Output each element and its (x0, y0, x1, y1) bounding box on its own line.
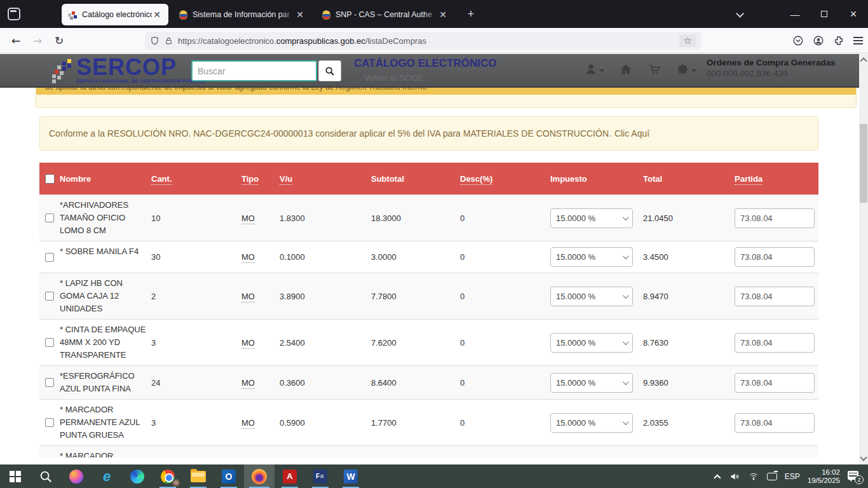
sercop-logo-mosaic-icon (52, 59, 75, 83)
cart-button[interactable] (648, 63, 661, 76)
scrollbar-thumb[interactable] (860, 124, 867, 203)
speaker-icon[interactable] (729, 471, 740, 482)
column-header-desc[interactable]: Desc(%) (460, 174, 550, 184)
tipo-abbr[interactable]: MO (241, 338, 255, 349)
clic-aqui-link[interactable]: Clic Aquí (614, 128, 649, 139)
bookmark-star-icon[interactable]: ☆ (679, 34, 696, 47)
column-header-subtotal[interactable]: Subtotal (371, 174, 460, 184)
row-checkbox[interactable] (45, 292, 54, 301)
partida-input[interactable] (735, 208, 815, 228)
cell-total: 8.7630 (643, 338, 735, 348)
new-tab-button[interactable]: + (465, 8, 477, 20)
taskbar-search-button[interactable] (31, 464, 61, 488)
internet-explorer-app-button[interactable]: e (92, 464, 122, 488)
sercop-logo[interactable]: SERCOP SERVICIO NACIONAL DE CONTRATACIÓN… (76, 55, 205, 84)
maximize-button[interactable] (810, 0, 839, 28)
impuesto-select[interactable]: 15.0000 % (550, 413, 633, 433)
row-checkbox[interactable] (45, 418, 54, 427)
close-window-button[interactable]: × (839, 0, 868, 28)
word-app-button[interactable]: W (336, 464, 366, 488)
row-checkbox[interactable] (45, 338, 54, 347)
menu-button[interactable] (853, 35, 863, 46)
home-button[interactable] (620, 63, 632, 76)
cast-display-icon[interactable] (767, 473, 777, 480)
language-indicator[interactable]: ESP (785, 472, 800, 481)
tipo-abbr[interactable]: MO (241, 378, 255, 389)
account-icon[interactable] (813, 35, 824, 46)
extensions-puzzle-icon[interactable] (833, 35, 844, 46)
impuesto-select[interactable]: 15.0000 % (550, 208, 633, 228)
acrobat-app-button[interactable]: A (275, 464, 305, 488)
scroll-down-arrow-icon[interactable] (860, 454, 867, 461)
volver-soce-link[interactable]: ☜Volver al SOCE (353, 72, 423, 83)
back-button[interactable]: ← (5, 34, 27, 47)
scroll-up-arrow-icon[interactable] (860, 57, 867, 64)
cell-descuento: 0 (460, 292, 550, 301)
close-tab-icon[interactable]: ✕ (438, 10, 448, 20)
wifi-icon[interactable] (748, 471, 759, 481)
impuesto-select[interactable]: 15.0000 % (550, 287, 633, 306)
settings-menu-button[interactable] (677, 63, 696, 76)
tab-sistema[interactable]: Sistema de Información para los ✕ (173, 4, 311, 25)
impuesto-select[interactable]: 15.0000 % (550, 373, 633, 393)
feo-app-button[interactable]: F≡ (305, 464, 336, 488)
clock[interactable]: 16:02 19/5/2025 (808, 468, 840, 485)
column-header-impuesto[interactable]: Impuesto (550, 174, 643, 184)
cell-impuesto: 15.0000 % (550, 333, 643, 353)
column-header-vu[interactable]: V/u (280, 174, 371, 184)
tipo-abbr[interactable]: MO (241, 418, 255, 429)
tipo-abbr[interactable]: MO (241, 214, 255, 224)
impuesto-selected-value: 15.0000 % (556, 338, 595, 348)
close-tab-icon[interactable]: ✕ (152, 10, 162, 20)
notification-center-button[interactable]: 2 (848, 471, 862, 482)
tab-title-fade (281, 9, 295, 22)
column-header-nombre[interactable]: Nombre (60, 174, 151, 184)
firefox-app-button[interactable] (244, 464, 275, 488)
partida-input[interactable] (735, 247, 815, 267)
windows-logo-icon (10, 471, 21, 482)
column-header-total[interactable]: Total (643, 174, 735, 184)
cell-subtotal: 1.7700 (371, 418, 460, 428)
partida-input[interactable] (735, 333, 815, 353)
forward-button[interactable]: → (27, 34, 48, 47)
shield-icon[interactable] (150, 36, 159, 46)
cell-partida (735, 208, 818, 228)
url-bar[interactable]: https://catalogoelectronico.compraspubli… (145, 32, 702, 50)
impuesto-select[interactable]: 15.0000 % (550, 333, 633, 353)
partida-input[interactable] (735, 413, 815, 433)
column-header-label: Subtotal (371, 174, 404, 184)
start-button[interactable] (0, 464, 31, 488)
outlook-app-button[interactable]: O (214, 464, 244, 488)
column-header-cant[interactable]: Cant. (151, 174, 241, 184)
close-tab-icon[interactable]: ✕ (295, 10, 305, 20)
tab-catalogo[interactable]: Catálogo electrónico ✕ (62, 4, 168, 25)
row-checkbox[interactable] (45, 214, 54, 222)
tab-title: Catálogo electrónico (82, 10, 152, 19)
user-menu-button[interactable] (585, 63, 604, 76)
pocket-icon[interactable] (792, 35, 804, 46)
tipo-abbr[interactable]: MO (241, 252, 255, 263)
tipo-abbr[interactable]: MO (241, 292, 255, 302)
tab-snp-cas[interactable]: SNP - CAS – Central Authentica ✕ (316, 4, 454, 25)
search-button[interactable] (318, 60, 341, 81)
reload-button[interactable]: ↻ (48, 34, 70, 47)
edge-app-button[interactable] (122, 464, 153, 488)
row-checkbox[interactable] (45, 378, 54, 387)
select-all-checkbox[interactable] (45, 174, 55, 184)
impuesto-select[interactable]: 15.0000 % (550, 247, 633, 267)
minimize-button[interactable]: — (780, 0, 810, 28)
row-checkbox[interactable] (45, 253, 54, 262)
page-scrollbar[interactable] (859, 54, 868, 464)
file-explorer-app-button[interactable] (183, 464, 214, 488)
column-header-partida[interactable]: Partida (735, 174, 818, 184)
partida-input[interactable] (735, 373, 815, 393)
firefox-view-icon[interactable] (8, 8, 20, 20)
tray-expand-chevron-icon[interactable] (714, 474, 721, 481)
chrome-app-button[interactable]: G (153, 464, 183, 488)
list-all-tabs-chevron-icon[interactable] (736, 10, 744, 18)
copilot-app-button[interactable] (61, 464, 92, 488)
partida-input[interactable] (735, 287, 815, 306)
column-header-tipo[interactable]: Tipo (241, 174, 280, 184)
search-input[interactable] (191, 60, 317, 81)
lock-icon[interactable] (165, 36, 173, 46)
